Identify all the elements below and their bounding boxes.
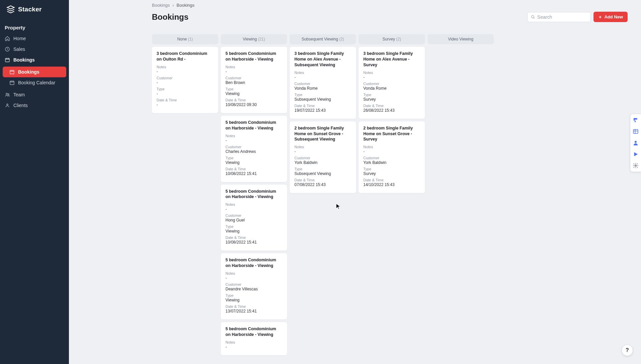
booking-card[interactable]: 2 bedroom Single Family Home on Sunset G… bbox=[290, 121, 356, 193]
field-label: Type bbox=[225, 87, 282, 91]
sidebar-item-label: Home bbox=[13, 36, 26, 41]
sidebar-section-label: Property bbox=[0, 19, 69, 33]
sidebar-item-sales[interactable]: Sales bbox=[0, 44, 69, 55]
help-button[interactable]: ? bbox=[622, 345, 633, 356]
card-title: 3 bedroom Single Family Home on Alex Ave… bbox=[363, 51, 420, 68]
add-new-label: Add New bbox=[604, 14, 623, 19]
content: Bookings › Bookings Bookings Add New Non… bbox=[69, 0, 641, 364]
field-label: Type bbox=[294, 93, 351, 97]
card-title: 5 bedroom Condominium on Harborside - Vi… bbox=[225, 257, 282, 269]
field-label: Notes bbox=[225, 202, 282, 206]
booking-card[interactable]: 3 bedroom Condominium on Oulton Rd -Note… bbox=[152, 47, 218, 113]
field-value: 07/08/2022 15:43 bbox=[294, 182, 351, 187]
field-value: - bbox=[225, 345, 282, 349]
field-label: Notes bbox=[225, 134, 282, 138]
field-value: 10/08/2022 09:30 bbox=[225, 102, 282, 107]
booking-card[interactable]: 5 bedroom Condominium on Harborside - Vi… bbox=[221, 322, 287, 355]
column-header[interactable]: Video Viewing bbox=[428, 34, 494, 44]
card-field-notes: Notes- bbox=[294, 145, 351, 154]
field-value: Charles Andrews bbox=[225, 149, 282, 154]
kanban-column: Viewing (21)5 bedroom Condominium on Har… bbox=[221, 34, 287, 355]
field-value: - bbox=[294, 75, 351, 80]
main-scroll[interactable]: Bookings › Bookings Bookings Add New Non… bbox=[69, 0, 641, 364]
column-header[interactable]: Subsequent Viewing (2) bbox=[290, 34, 356, 44]
card-field-type: TypeViewing bbox=[225, 224, 282, 234]
right-rail bbox=[630, 114, 641, 172]
sidebar-subitem-booking-calendar[interactable]: Booking Calendar bbox=[3, 77, 66, 88]
column-header[interactable]: None (1) bbox=[152, 34, 218, 44]
rail-user-icon[interactable] bbox=[632, 140, 639, 146]
clock-icon bbox=[5, 47, 10, 52]
card-field-type: TypeViewing bbox=[225, 156, 282, 165]
header-actions: Add New bbox=[527, 12, 628, 22]
rail-paint-icon[interactable] bbox=[632, 117, 639, 123]
sidebar-item-label: Team bbox=[13, 92, 25, 97]
card-field-customer: CustomerCharles Andrews bbox=[225, 145, 282, 154]
card-field-notes: Notes- bbox=[157, 65, 213, 74]
column-header[interactable]: Viewing (21) bbox=[221, 34, 287, 44]
field-label: Type bbox=[363, 167, 420, 171]
card-title: 5 bedroom Condominium on Harborside - Vi… bbox=[225, 326, 282, 338]
sidebar-item-bookings[interactable]: Bookings bbox=[0, 55, 69, 65]
card-field-type: TypeSurvey bbox=[363, 167, 420, 176]
booking-card[interactable]: 3 bedroom Single Family Home on Alex Ave… bbox=[359, 47, 425, 119]
rail-table-icon[interactable] bbox=[632, 128, 639, 135]
booking-card[interactable]: 5 bedroom Condominium on Harborside - Vi… bbox=[221, 253, 287, 320]
card-title: 3 bedroom Single Family Home on Alex Ave… bbox=[294, 51, 351, 68]
sidebar-item-home[interactable]: Home bbox=[0, 33, 69, 44]
booking-card[interactable]: 2 bedroom Single Family Home on Sunset G… bbox=[359, 121, 425, 193]
card-field-datetime: Date & Time- bbox=[157, 98, 213, 107]
column-count: (1) bbox=[187, 37, 193, 41]
card-field-customer: CustomerHong Guel bbox=[225, 213, 282, 222]
field-value: Vonda Rome bbox=[363, 86, 420, 91]
search-input[interactable] bbox=[537, 14, 587, 20]
field-value: Viewing bbox=[225, 229, 282, 234]
column-cards: 3 bedroom Single Family Home on Alex Ave… bbox=[359, 47, 425, 193]
card-field-notes: Notes- bbox=[225, 271, 282, 280]
field-value: - bbox=[157, 80, 213, 85]
card-field-datetime: Date & Time07/08/2022 15:43 bbox=[294, 178, 351, 187]
kanban-column: Subsequent Viewing (2)3 bedroom Single F… bbox=[290, 34, 356, 193]
field-value: - bbox=[225, 276, 282, 280]
booking-card[interactable]: 5 bedroom Condominium on Harborside - Vi… bbox=[221, 47, 287, 113]
breadcrumb-parent[interactable]: Bookings bbox=[152, 3, 170, 8]
booking-card[interactable]: 5 bedroom Condominium on Harborside - Vi… bbox=[221, 185, 287, 251]
card-field-notes: Notes- bbox=[294, 71, 351, 80]
svg-rect-8 bbox=[633, 129, 638, 133]
booking-card[interactable]: 5 bedroom Condominium on Harborside - Vi… bbox=[221, 116, 287, 182]
svg-point-6 bbox=[7, 104, 8, 105]
field-value: 10/08/2022 15:41 bbox=[225, 171, 282, 176]
card-field-customer: CustomerVonda Rome bbox=[294, 82, 351, 91]
sidebar-item-clients[interactable]: Clients bbox=[0, 100, 69, 111]
field-value: 14/10/2022 15:43 bbox=[363, 182, 420, 187]
rail-play-icon[interactable] bbox=[632, 151, 639, 158]
column-header[interactable]: Survey (2) bbox=[359, 34, 425, 44]
card-field-datetime: Date & Time10/08/2022 15:41 bbox=[225, 167, 282, 176]
field-label: Notes bbox=[294, 145, 351, 149]
card-field-notes: Notes- bbox=[225, 134, 282, 143]
card-title: 2 bedroom Single Family Home on Sunset G… bbox=[294, 125, 351, 143]
sidebar-item-team[interactable]: Team bbox=[0, 89, 69, 100]
search-icon bbox=[531, 15, 535, 19]
rail-gear-icon[interactable] bbox=[632, 162, 639, 169]
booking-card[interactable]: 3 bedroom Single Family Home on Alex Ave… bbox=[290, 47, 356, 119]
field-value: - bbox=[363, 75, 420, 80]
card-title: 3 bedroom Condominium on Oulton Rd - bbox=[157, 51, 213, 62]
svg-point-9 bbox=[635, 141, 637, 143]
field-label: Type bbox=[225, 293, 282, 297]
card-field-customer: CustomerYork Baldwin bbox=[294, 156, 351, 165]
card-field-datetime: Date & Time13/07/2022 15:41 bbox=[225, 304, 282, 313]
field-label: Notes bbox=[363, 71, 420, 75]
add-new-button[interactable]: Add New bbox=[593, 12, 628, 22]
brand-logo[interactable]: Stacker bbox=[0, 0, 69, 19]
sidebar-subitem-bookings[interactable]: Bookings bbox=[3, 67, 66, 77]
field-label: Type bbox=[157, 87, 213, 91]
field-label: Customer bbox=[363, 156, 420, 160]
kanban-column: None (1)3 bedroom Condominium on Oulton … bbox=[152, 34, 218, 113]
field-value: - bbox=[157, 102, 213, 107]
field-value: Survey bbox=[363, 97, 420, 102]
card-field-type: TypeSubsequent Viewing bbox=[294, 167, 351, 176]
card-field-customer: CustomerYork Baldwin bbox=[363, 156, 420, 165]
search-box[interactable] bbox=[527, 12, 591, 22]
card-field-datetime: Date & Time14/10/2022 15:43 bbox=[363, 178, 420, 187]
